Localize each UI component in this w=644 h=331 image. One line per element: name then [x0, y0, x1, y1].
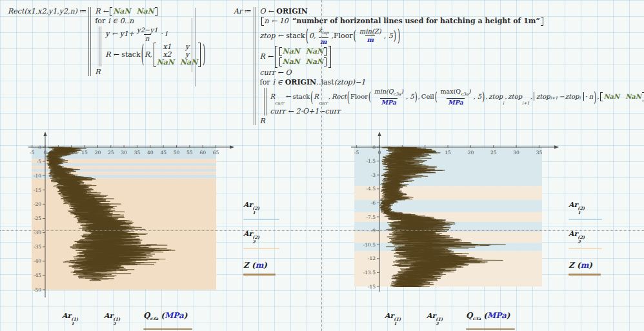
- row-subscript: 2: [252, 240, 256, 245]
- program-bar: [88, 7, 91, 76]
- ar-base: Ar: [427, 312, 436, 320]
- rect-return: R: [95, 68, 100, 77]
- trace-color-swatch: [569, 274, 601, 276]
- meter-unit: m: [319, 37, 328, 45]
- right-chart-y-legend[interactable]: Ar(2)1 Ar(2)2 Z (m): [569, 197, 602, 282]
- close-paren: ): [507, 311, 510, 320]
- ar-line-1: O ←ORIGIN: [260, 7, 308, 16]
- rect-function-name: Rect: [8, 7, 24, 15]
- meter-unit: m: [256, 261, 264, 270]
- close-paren: ): [589, 261, 592, 270]
- close-paren: ): [184, 311, 188, 320]
- svg-text:-40: -40: [34, 258, 41, 264]
- stack-function: stack: [293, 92, 310, 101]
- svg-text:45: 45: [160, 150, 166, 155]
- curr-toggle-expr: curr ← 2·O+1−curr: [270, 107, 341, 115]
- ztop-i-base: ztop: [565, 92, 579, 101]
- q-subscript: c3a: [461, 91, 468, 96]
- assign-operator: ≔: [79, 7, 86, 15]
- ar-definition-region[interactable]: Ar≔ O ←ORIGIN n ← 10 “number of horizont…: [234, 6, 644, 126]
- return-value: R: [260, 117, 265, 125]
- legend-ar1-col2: Ar(2)1: [243, 197, 279, 220]
- legend-z-axis: Z (m): [569, 258, 601, 276]
- left-chart-x-legend-q[interactable]: Qc3a (MPa): [143, 311, 187, 321]
- rect-line-1: R ← NaNNaN: [95, 7, 159, 16]
- ar-base: Ar: [243, 230, 252, 238]
- ar-base: Ar: [385, 312, 394, 320]
- right-xy-plot[interactable]: -5051015202530350-1.5-3-4.5-6-7.5-9-10.5…: [347, 131, 569, 303]
- range-dots: ‥: [316, 78, 321, 86]
- for-range: i ∈ 0‥n: [108, 17, 134, 25]
- mpa-unit: MPa: [380, 98, 398, 106]
- svg-text:-30: -30: [34, 230, 41, 236]
- ztop-arg0: 0,: [309, 32, 316, 40]
- q-subscript: c3a: [472, 316, 481, 321]
- meter-unit: m: [365, 35, 375, 43]
- comma: ,: [505, 92, 507, 101]
- i1-subscript: i+1: [550, 94, 558, 103]
- nan-row-matrix: NaNNaN: [110, 7, 157, 16]
- close-paren-small: ): [401, 88, 403, 95]
- rect-line-2: fori ∈ 0‥n: [95, 17, 134, 26]
- right-chart-x-legend-ar1[interactable]: Ar(1)1: [385, 312, 401, 326]
- trace-color-swatch: [243, 219, 279, 220]
- comment-bracket: n ← 10 “number of horizontal lines used …: [261, 17, 543, 26]
- matrix-cell: x2: [160, 51, 174, 59]
- stack-function: stack: [286, 32, 305, 40]
- nan-value: NaN: [283, 48, 300, 55]
- open-paren: (: [310, 87, 313, 106]
- close-paren: ): [482, 89, 485, 104]
- trace-color-swatch: [569, 248, 602, 249]
- trace-color-swatch: [243, 274, 276, 276]
- left-chart-x-legend-ar1[interactable]: Ar(1)1: [62, 312, 78, 326]
- matrix-cell: x1: [160, 43, 174, 51]
- left-chart-x-legend-ar2[interactable]: Ar(1)2: [104, 312, 120, 326]
- open-paren: (: [435, 89, 438, 104]
- left-xy-plot[interactable]: -5051015202530354045505560650-5-10-15-20…: [25, 131, 241, 303]
- ztop-i1-base: ztop: [536, 92, 550, 101]
- close-paren: ): [263, 261, 267, 270]
- svg-text:30: 30: [513, 150, 519, 155]
- curr-assignment: curr ← O: [260, 68, 292, 77]
- r-lhs: R ←: [260, 52, 274, 61]
- program-bar: [264, 88, 267, 115]
- svg-text:-5: -5: [30, 150, 35, 155]
- rect-l3-tail: · i: [161, 30, 168, 38]
- right-chart-x-legend-ar2[interactable]: Ar(1)2: [427, 312, 443, 326]
- ar-line-8: curr ← 2·O+1−curr: [270, 106, 341, 115]
- z-subscript: top: [322, 30, 329, 35]
- svg-text:-6: -6: [371, 200, 376, 206]
- ar-program-block: O ←ORIGIN n ← 10 “number of horizontal l…: [254, 6, 644, 126]
- q-base: Q: [143, 311, 150, 320]
- mpa-unit: MPa: [165, 311, 184, 320]
- absolute-value: ztopi+1 − ztopi: [534, 92, 584, 101]
- for-keyword: for: [95, 17, 105, 25]
- svg-text:0: 0: [44, 150, 47, 155]
- ar-return: R: [260, 116, 265, 125]
- program-bar: [254, 7, 256, 125]
- row-subscript: 2: [436, 322, 439, 326]
- rect-function-region[interactable]: Rect(x1,x2,y1,y2,n)≔ R ← NaNNaN fori ∈ 0…: [8, 6, 206, 77]
- ar-base: Ar: [569, 201, 578, 209]
- svg-text:-13.5: -13.5: [363, 270, 376, 276]
- ar-l1-expr: O ←: [260, 7, 274, 15]
- i-subscript: i: [579, 94, 580, 103]
- r-curr-subscript: curr: [319, 99, 328, 108]
- trace-color-swatch: [143, 328, 192, 330]
- svg-text:25: 25: [490, 150, 497, 155]
- comma: ,: [530, 92, 532, 101]
- svg-text:-15: -15: [368, 284, 376, 290]
- outer-matrix: NaNNaN NaNNaN: [275, 46, 332, 68]
- origin-keyword: ORIGIN: [276, 7, 307, 15]
- nan-value: NaN: [113, 8, 130, 15]
- ar-line-5: curr ← O: [260, 68, 292, 77]
- trace-color-swatch: [466, 328, 515, 330]
- i1-subscript: i+1: [522, 99, 530, 108]
- rect-l4-lhs: R ←: [105, 50, 119, 59]
- svg-text:20: 20: [95, 150, 101, 155]
- row-subscript: 1: [578, 211, 581, 216]
- assign-operator: ≔: [244, 7, 251, 15]
- right-chart-x-legend-q[interactable]: Qc3a (MPa): [466, 311, 510, 321]
- assign-arrow: ←: [286, 92, 291, 101]
- left-chart-y-legend[interactable]: Ar(2)1 Ar(2)2 Z (m): [243, 197, 279, 282]
